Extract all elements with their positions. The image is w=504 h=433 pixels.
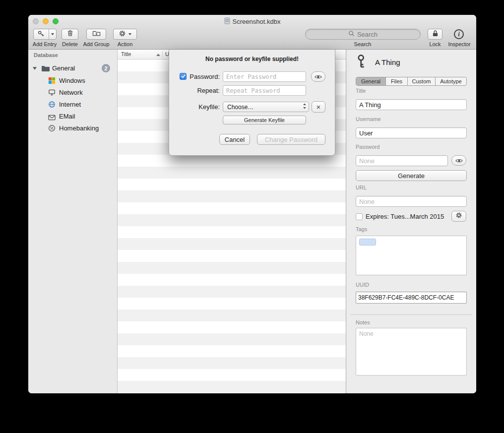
homebanking-icon — [48, 124, 56, 134]
entry-title: A Thing — [375, 58, 400, 66]
add-entry-button[interactable] — [33, 29, 57, 40]
document-icon — [224, 17, 230, 26]
cancel-button[interactable]: Cancel — [219, 134, 250, 145]
key-icon — [34, 29, 49, 39]
close-icon: × — [316, 103, 321, 111]
inspector-label: Inspector — [444, 41, 474, 47]
username-field[interactable] — [356, 127, 467, 138]
tags-field-label: Tags — [356, 226, 367, 232]
dialog-message: No password or keyfile supplied! — [169, 56, 335, 62]
sidebar-section-header: Database — [34, 52, 58, 58]
info-icon: i — [454, 29, 464, 39]
sidebar-item-label: Homebanking — [59, 124, 99, 132]
url-field-label: URL — [356, 185, 367, 190]
disclosure-triangle-icon[interactable] — [33, 67, 37, 70]
app-window: Screenshot.kdbx Add Entry Delete Add Gro… — [28, 15, 476, 393]
eye-icon — [455, 156, 463, 165]
delete-label: Delete — [58, 41, 82, 47]
title-field[interactable] — [356, 99, 467, 110]
add-group-button[interactable] — [86, 29, 106, 40]
lock-button[interactable] — [428, 29, 442, 40]
add-entry-label: Add Entry — [29, 41, 60, 47]
entry-count-badge: 2 — [102, 64, 110, 72]
windows-icon — [48, 77, 56, 86]
inspector-divider — [350, 314, 472, 315]
expires-checkbox[interactable] — [356, 213, 363, 220]
keyfile-popup[interactable]: Choose… — [223, 102, 309, 112]
tab-custom[interactable]: Custom — [408, 77, 436, 85]
title-field-label: Title — [356, 88, 366, 94]
lock-icon — [432, 30, 439, 39]
tags-field[interactable] — [356, 236, 467, 275]
generate-keyfile-button[interactable]: Generate Keyfile — [223, 116, 306, 124]
chevron-down-icon — [128, 33, 131, 35]
sidebar-item-network[interactable]: Network — [28, 87, 117, 99]
notes-field-label: Notes — [356, 319, 370, 325]
password-field[interactable] — [356, 155, 448, 166]
repeat-input[interactable] — [223, 85, 306, 96]
tab-general[interactable]: General — [356, 77, 386, 85]
password-input[interactable] — [223, 71, 306, 82]
add-group-label: Add Group — [81, 41, 111, 47]
sort-ascending-icon — [156, 54, 160, 56]
change-password-button[interactable]: Change Password — [257, 134, 325, 145]
password-label: Password: — [187, 73, 220, 80]
search-input[interactable]: Search — [305, 29, 421, 40]
gear-icon — [455, 212, 462, 221]
folder-icon — [41, 65, 50, 74]
key-icon — [354, 54, 368, 71]
uuid-field-label: UUID — [356, 282, 369, 288]
sidebar-item-label: Windows — [59, 77, 85, 84]
sidebar-item-windows[interactable]: Windows — [28, 75, 117, 87]
action-button[interactable] — [113, 29, 137, 40]
eye-icon — [315, 72, 322, 81]
email-icon — [48, 114, 56, 123]
sidebar-item-email[interactable]: EMail — [28, 111, 117, 123]
expires-label: Expires: Tues...March 2015 — [366, 213, 444, 220]
clear-keyfile-button[interactable]: × — [312, 101, 325, 113]
window-chrome: Screenshot.kdbx Add Entry Delete Add Gro… — [28, 15, 476, 50]
sidebar-item-homebanking[interactable]: Homebanking — [28, 123, 117, 134]
password-field-label: Password — [356, 144, 379, 150]
inspector-button[interactable]: i — [454, 29, 464, 39]
reveal-password-button[interactable] — [451, 155, 466, 166]
gear-icon — [119, 30, 126, 39]
uuid-field[interactable] — [356, 292, 467, 304]
folder-plus-icon — [92, 30, 101, 39]
column-title[interactable]: Title — [121, 51, 131, 57]
search-icon — [348, 30, 355, 38]
search-placeholder: Search — [357, 31, 378, 38]
action-label: Action — [110, 41, 140, 47]
tab-files[interactable]: Files — [386, 77, 408, 85]
add-entry-dropdown[interactable] — [49, 29, 56, 39]
tab-autotype[interactable]: Autotype — [436, 77, 466, 85]
sidebar-item-label: Network — [59, 89, 83, 96]
stepper-icon — [303, 103, 307, 111]
username-field-label: Username — [356, 116, 381, 122]
generate-password-button[interactable]: Generate — [356, 170, 467, 181]
sidebar: Database General 2 Windows Network — [28, 50, 118, 393]
url-field[interactable] — [356, 196, 467, 207]
password-checkbox[interactable] — [180, 73, 187, 80]
titlebar: Screenshot.kdbx — [28, 17, 476, 26]
keyfile-value: Choose… — [227, 104, 303, 111]
repeat-label: Repeat: — [187, 87, 220, 94]
reveal-password-button[interactable] — [311, 71, 325, 82]
check-icon — [181, 72, 186, 81]
sidebar-item-label: Internet — [59, 101, 81, 108]
sidebar-item-label: General — [52, 64, 75, 72]
network-icon — [48, 89, 56, 98]
expires-settings-button[interactable] — [451, 211, 466, 222]
sidebar-item-general[interactable]: General 2 — [28, 62, 117, 74]
delete-button[interactable] — [62, 29, 78, 40]
sidebar-item-internet[interactable]: Internet — [28, 99, 117, 111]
internet-icon — [48, 101, 56, 110]
trash-icon — [66, 29, 74, 39]
notes-field[interactable] — [356, 328, 467, 375]
column-divider[interactable] — [162, 51, 163, 58]
window-title: Screenshot.kdbx — [233, 18, 281, 25]
chevron-down-icon — [51, 33, 54, 35]
search-label: Search — [348, 41, 378, 47]
keyfile-label: Keyfile: — [187, 103, 220, 111]
tag-token[interactable] — [359, 239, 376, 246]
